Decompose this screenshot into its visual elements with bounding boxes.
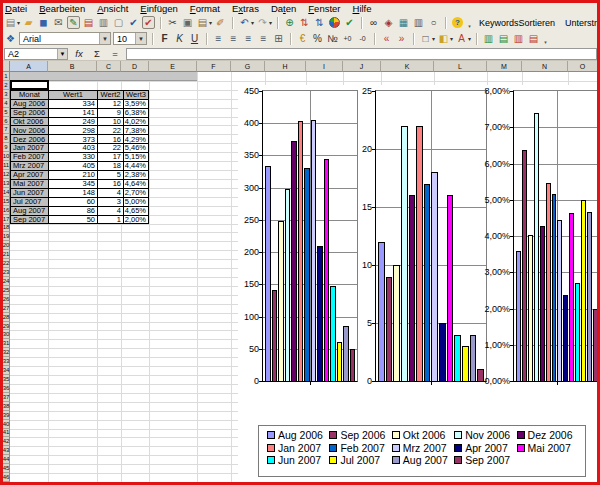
bold-button[interactable]: F <box>158 32 171 45</box>
chevron-down-icon[interactable]: ▾ <box>450 35 453 42</box>
table-value-cell[interactable]: 16 <box>98 135 124 144</box>
row-header-15[interactable]: 15 <box>3 197 10 206</box>
row-header-25[interactable]: 25 <box>3 286 10 295</box>
menu-datei[interactable]: Datei <box>5 3 27 14</box>
column-header-M[interactable]: M <box>487 61 522 72</box>
legend-item[interactable]: Aug 2007 <box>392 455 454 466</box>
chart-bar-jan-2007[interactable] <box>298 121 304 381</box>
insert-chart-icon[interactable] <box>328 16 341 29</box>
column-header-G[interactable]: G <box>231 61 265 72</box>
chart-bar-jun-2007[interactable] <box>454 335 461 381</box>
row-header-20[interactable]: 20 <box>3 241 10 250</box>
chevron-down-icon[interactable]: ▾ <box>209 19 212 26</box>
table-value-cell[interactable]: 6,38% <box>124 109 149 118</box>
font-name-select[interactable]: Arial▼ <box>19 32 111 45</box>
select-all-corner[interactable] <box>3 61 10 72</box>
table-value-cell[interactable]: 4 <box>98 189 124 198</box>
chart-bar-aug-2006[interactable] <box>265 166 271 381</box>
chart-bar-okt-2006[interactable] <box>278 221 284 381</box>
table-value-cell[interactable]: 334 <box>49 100 98 109</box>
row-header-16[interactable]: 16 <box>3 206 10 215</box>
font-color-icon[interactable]: A <box>455 32 468 45</box>
autospellcheck-icon[interactable]: ✔ <box>142 16 155 29</box>
row-header-23[interactable]: 23 <box>3 268 10 277</box>
chart-bar-dez-2006[interactable] <box>540 226 545 382</box>
chevron-down-icon[interactable]: ▼ <box>99 33 110 44</box>
legend-item[interactable]: Mai 2007 <box>517 443 579 454</box>
table-value-cell[interactable]: 7,38% <box>124 126 149 135</box>
row-header-12[interactable]: 12 <box>3 170 10 179</box>
table-value-cell[interactable]: 148 <box>49 189 98 198</box>
table-value-cell[interactable]: 330 <box>49 153 98 162</box>
chart-bar-mai-2007[interactable] <box>447 195 454 381</box>
row-header-34[interactable]: 34 <box>3 366 10 375</box>
chart-bar-feb-2007[interactable] <box>424 184 431 381</box>
row-header-31[interactable]: 31 <box>3 339 10 348</box>
insert-columns-icon[interactable]: ▤ <box>497 32 510 45</box>
legend-item[interactable]: Feb 2007 <box>329 443 391 454</box>
chart-bar-feb-2007[interactable] <box>304 168 310 381</box>
row-header-44[interactable]: 44 <box>3 455 10 464</box>
decrease-indent-icon[interactable]: « <box>380 32 393 45</box>
column-header-H[interactable]: H <box>265 61 306 72</box>
row-header-21[interactable]: 21 <box>3 250 10 259</box>
table-value-cell[interactable]: 4,44% <box>124 162 149 171</box>
toolbar-overflow-button[interactable]: ▾ <box>466 16 473 29</box>
align-right-icon[interactable]: ≡ <box>242 32 255 45</box>
column-header-O[interactable]: O <box>568 61 598 72</box>
chart-bar-aug-2006[interactable] <box>516 251 521 381</box>
chevron-down-icon[interactable]: ▾ <box>432 35 435 42</box>
menu-daten[interactable]: Daten <box>271 3 296 14</box>
formula-input[interactable] <box>126 48 597 60</box>
table-value-cell[interactable]: 4,64% <box>124 180 149 189</box>
table-month-cell[interactable]: Aug 2007 <box>11 207 49 216</box>
chart-bar-nov-2006[interactable] <box>401 126 408 381</box>
table-value-cell[interactable]: 5,00% <box>124 198 149 207</box>
chevron-down-icon[interactable]: ▾ <box>17 19 20 26</box>
menu-einfügen[interactable]: Einfügen <box>140 3 178 14</box>
table-value-cell[interactable]: 405 <box>49 162 98 171</box>
percent-format-icon[interactable]: % <box>311 32 324 45</box>
chart-bar-apr-2007[interactable] <box>439 323 446 381</box>
merge-cells-icon[interactable]: ⊞ <box>272 32 285 45</box>
row-header-14[interactable]: 14 <box>3 188 10 197</box>
standard-format-icon[interactable]: № <box>326 32 339 45</box>
keywords-sortieren-button[interactable]: KeywordsSortieren <box>475 18 559 28</box>
column-header-C[interactable]: C <box>97 61 121 72</box>
table-value-cell[interactable]: 2,70% <box>124 189 149 198</box>
table-value-cell[interactable]: 4,29% <box>124 135 149 144</box>
menu-bearbeiten[interactable]: Bearbeiten <box>39 3 85 14</box>
row-header-2[interactable]: 2 <box>3 81 10 90</box>
table-header-cell[interactable]: Wert2 <box>98 91 124 100</box>
table-month-cell[interactable]: Sep 2007 <box>11 216 49 225</box>
paste-icon[interactable]: ▤ <box>196 16 209 29</box>
menu-format[interactable]: Format <box>190 3 220 14</box>
row-header-32[interactable]: 32 <box>3 348 10 357</box>
currency-format-icon[interactable]: € <box>296 32 309 45</box>
table-value-cell[interactable]: 4,65% <box>124 207 149 216</box>
row-header-29[interactable]: 29 <box>3 322 10 331</box>
legend-item[interactable]: Mrz 2007 <box>392 443 454 454</box>
chart-bar-okt-2006[interactable] <box>528 235 533 381</box>
row-header-3[interactable]: 3 <box>3 90 10 99</box>
align-justify-icon[interactable]: ≡ <box>257 32 270 45</box>
legend-item[interactable]: Aug 2006 <box>267 430 329 441</box>
legend-item[interactable]: Nov 2006 <box>454 430 516 441</box>
column-header-J[interactable]: J <box>343 61 381 72</box>
chart-bar-mai-2007[interactable] <box>569 213 574 381</box>
chart-bar-mrz-2007[interactable] <box>557 220 562 381</box>
page-preview-icon[interactable]: ▢ <box>112 16 125 29</box>
chevron-down-icon[interactable]: ▼ <box>57 49 67 59</box>
chart-bar-sep-2006[interactable] <box>386 277 393 381</box>
table-value-cell[interactable]: 3,59% <box>124 100 149 109</box>
column-header-E[interactable]: E <box>149 61 197 72</box>
chart-bar-nov-2006[interactable] <box>534 113 539 381</box>
row-header-22[interactable]: 22 <box>3 259 10 268</box>
row-header-11[interactable]: 11 <box>3 161 10 170</box>
align-center-icon[interactable]: ≡ <box>227 32 240 45</box>
export-pdf-icon[interactable]: ▤ <box>82 16 95 29</box>
table-value-cell[interactable]: 18 <box>98 162 124 171</box>
table-value-cell[interactable]: 10 <box>98 118 124 127</box>
chart-bar-feb-2007[interactable] <box>552 194 557 381</box>
chart-bar-sep-2006[interactable] <box>522 150 527 381</box>
